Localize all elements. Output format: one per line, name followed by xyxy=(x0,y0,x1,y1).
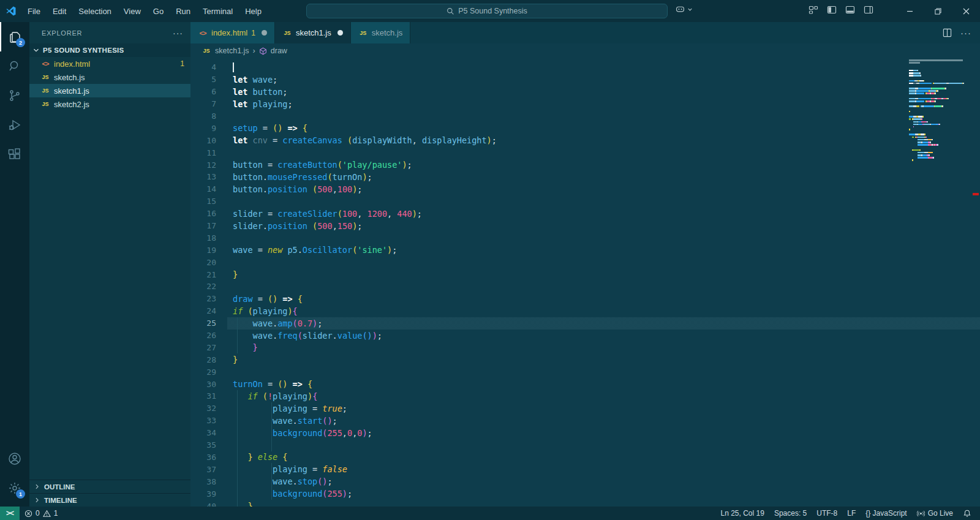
copilot-menu[interactable] xyxy=(675,4,693,15)
code-line-7[interactable]: 7let playing; xyxy=(190,98,980,110)
modified-dot[interactable] xyxy=(337,30,343,36)
file-sketch2.js[interactable]: JSsketch2.js xyxy=(29,97,190,111)
code-line-20[interactable]: 20 xyxy=(190,256,980,268)
code-line-8[interactable]: 8 xyxy=(190,110,980,122)
minimap-row xyxy=(909,70,970,72)
tab-sketch1.js[interactable]: JSsketch1.js xyxy=(275,22,351,43)
menu-selection[interactable]: Selection xyxy=(73,4,116,18)
customize-layout-icon[interactable] xyxy=(809,5,818,15)
breadcrumb-symbol[interactable]: draw xyxy=(271,47,287,55)
tab-sketch.js[interactable]: JSsketch.js xyxy=(351,22,411,43)
file-sketch1.js[interactable]: JSsketch1.js xyxy=(29,84,190,97)
code-line-10[interactable]: 10let cnv = createCanvas (displayWidth, … xyxy=(190,134,980,146)
code-line-15[interactable]: 15 xyxy=(190,195,980,208)
file-index.html[interactable]: <>index.html1 xyxy=(29,57,190,70)
activity-run-debug[interactable] xyxy=(0,110,29,140)
command-center-search[interactable]: P5 Sound Synthesis xyxy=(306,4,668,18)
code-line-12[interactable]: 12button = createButton('play/pause'); xyxy=(190,159,980,171)
code-line-14[interactable]: 14button.position (500,100); xyxy=(190,183,980,195)
code-line-37[interactable]: 37 playing = false xyxy=(190,463,980,475)
code-line-16[interactable]: 16slider = createSlider(100, 1200, 440); xyxy=(190,208,980,220)
code-line-30[interactable]: 30turnOn = () => { xyxy=(190,378,980,390)
menu-file[interactable]: File xyxy=(22,4,46,18)
toggle-secondary-sidebar-icon[interactable] xyxy=(864,5,873,15)
workspace-root[interactable]: P5 SOUND SYNTHESIS xyxy=(29,43,190,57)
minimap[interactable] xyxy=(909,59,970,162)
code-line-18[interactable]: 18 xyxy=(190,232,980,244)
code-line-4[interactable]: 4 xyxy=(190,61,980,73)
token: turnOn xyxy=(233,379,263,389)
code-line-26[interactable]: 26 wave.freq(slider.value()); xyxy=(190,330,980,342)
status-label: Spaces: 5 xyxy=(774,509,807,518)
code-line-19[interactable]: 19wave = new p5.Oscillator('sine'); xyxy=(190,244,980,256)
remote-indicator[interactable]: >< xyxy=(0,507,20,520)
explorer-more-actions[interactable]: ··· xyxy=(173,28,183,38)
indent-guide xyxy=(237,341,238,353)
code-line-23[interactable]: 23draw = () => { xyxy=(190,293,980,305)
toggle-sidebar-icon[interactable] xyxy=(827,5,837,15)
code-editor[interactable]: 45let wave;6let button;7let playing;89se… xyxy=(190,58,980,507)
vscode-logo-icon[interactable] xyxy=(0,6,22,17)
status--javascript[interactable]: {} JavaScript xyxy=(865,509,907,518)
menu-view[interactable]: View xyxy=(118,4,146,18)
code-line-40[interactable]: 40 } xyxy=(190,500,980,507)
notifications-bell-icon[interactable] xyxy=(963,509,971,518)
code-line-6[interactable]: 6let button; xyxy=(190,86,980,98)
activity-explorer[interactable]: 2 xyxy=(0,22,29,51)
minimize-button[interactable] xyxy=(895,0,924,22)
line-number: 11 xyxy=(190,148,216,157)
menu-run[interactable]: Run xyxy=(170,4,196,18)
toggle-panel-icon[interactable] xyxy=(845,5,855,15)
code-line-27[interactable]: 27 } xyxy=(190,341,980,353)
more-actions-icon[interactable]: ··· xyxy=(960,28,971,38)
code-line-38[interactable]: 38 wave.stop(); xyxy=(190,475,980,488)
code-line-35[interactable]: 35 xyxy=(190,439,980,451)
code-line-24[interactable]: 24if (playing){ xyxy=(190,305,980,317)
activity-extensions[interactable] xyxy=(0,140,29,169)
activity-source-control[interactable] xyxy=(0,81,29,110)
menu-go[interactable]: Go xyxy=(148,4,169,18)
split-editor-icon[interactable] xyxy=(943,28,952,37)
activity-accounts[interactable] xyxy=(0,444,29,473)
status-ln-25-col-19[interactable]: Ln 25, Col 19 xyxy=(720,509,764,518)
tab-index.html[interactable]: <>index.html1 xyxy=(190,22,275,43)
code-line-32[interactable]: 32 playing = true; xyxy=(190,402,980,415)
problems-indicator[interactable]: 0 1 xyxy=(20,509,62,518)
code-line-29[interactable]: 29 xyxy=(190,366,980,378)
workspace-root-label: P5 SOUND SYNTHESIS xyxy=(43,47,124,54)
status-utf-8[interactable]: UTF-8 xyxy=(816,509,837,518)
code-line-36[interactable]: 36 } else { xyxy=(190,451,980,464)
menu-help[interactable]: Help xyxy=(239,4,267,18)
code-line-31[interactable]: 31 if (!playing){ xyxy=(190,390,980,402)
layout-controls xyxy=(809,5,873,15)
status-lf[interactable]: LF xyxy=(847,509,856,518)
code-line-17[interactable]: 17slider.position (500,150); xyxy=(190,220,980,232)
file-sketch.js[interactable]: JSsketch.js xyxy=(29,70,190,84)
token: 255 xyxy=(327,428,342,438)
modified-dot[interactable] xyxy=(262,30,267,36)
restore-button[interactable] xyxy=(924,0,952,22)
token xyxy=(233,489,273,499)
menu-edit[interactable]: Edit xyxy=(47,4,72,18)
panel-outline[interactable]: OUTLINE xyxy=(29,480,190,493)
code-line-5[interactable]: 5let wave; xyxy=(190,73,980,86)
minimap-row xyxy=(909,113,970,115)
activity-settings[interactable]: 1 xyxy=(0,473,29,503)
close-button[interactable] xyxy=(952,0,980,22)
activity-search[interactable] xyxy=(0,51,29,81)
code-line-13[interactable]: 13button.mousePressed(turnOn); xyxy=(190,171,980,183)
breadcrumb-file[interactable]: sketch1.js xyxy=(215,47,249,55)
status-go-live[interactable]: Go Live xyxy=(917,509,953,518)
code-line-28[interactable]: 28} xyxy=(190,353,980,366)
code-line-25[interactable]: 25 wave.amp(0.7); xyxy=(190,317,980,330)
code-line-9[interactable]: 9setup = () => { xyxy=(190,122,980,134)
code-line-11[interactable]: 11 xyxy=(190,146,980,159)
code-line-33[interactable]: 33 wave.start(); xyxy=(190,415,980,427)
code-line-22[interactable]: 22 xyxy=(190,281,980,293)
code-line-21[interactable]: 21} xyxy=(190,268,980,281)
menu-terminal[interactable]: Terminal xyxy=(197,4,238,18)
code-line-39[interactable]: 39 background(255); xyxy=(190,488,980,500)
code-line-34[interactable]: 34 background(255,0,0); xyxy=(190,427,980,439)
status-spaces-5[interactable]: Spaces: 5 xyxy=(774,509,807,518)
panel-timeline[interactable]: TIMELINE xyxy=(29,493,190,507)
